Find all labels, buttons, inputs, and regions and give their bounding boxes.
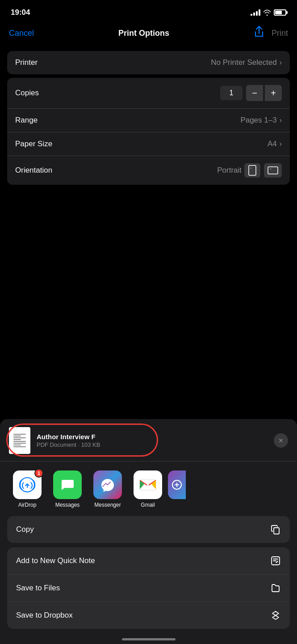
status-icons — [251, 9, 286, 16]
save-files-label: Save to Files — [16, 584, 60, 593]
share-icon[interactable] — [254, 25, 264, 41]
orientation-row: Orientation Portrait — [7, 156, 290, 185]
save-dropbox-label: Save to Dropbox — [16, 611, 73, 620]
svg-rect-7 — [274, 528, 279, 534]
nav-bar: Cancel Print Options Print — [0, 22, 297, 47]
airdrop-icon: 1 — [13, 470, 42, 499]
svg-rect-0 — [249, 165, 256, 175]
doc-title: Author Interview F — [37, 433, 100, 441]
printer-label: Printer — [15, 58, 38, 67]
partial-icon — [168, 470, 186, 499]
nav-right: Print — [254, 25, 288, 41]
messenger-icon — [93, 470, 122, 499]
portrait-button[interactable] — [244, 163, 260, 178]
quick-note-action-row[interactable]: Add to New Quick Note — [7, 547, 290, 575]
paper-size-value: A4 › — [268, 140, 282, 148]
action-rows: Copy Add to New Quick Note Save to Files — [7, 516, 290, 629]
doc-info: Author Interview F PDF Document · 103 KB — [9, 427, 100, 454]
multi-action-block: Add to New Quick Note Save to Files Save… — [7, 547, 290, 629]
signal-icon — [251, 9, 260, 16]
quick-note-label: Add to New Quick Note — [16, 556, 95, 565]
close-share-button[interactable]: ✕ — [274, 433, 288, 448]
share-sheet: Author Interview F PDF Document · 103 KB… — [0, 419, 297, 644]
status-bar: 19:04 — [0, 0, 297, 22]
page-title: Print Options — [118, 29, 169, 38]
airdrop-app-item[interactable]: 1 AirDrop — [7, 470, 47, 508]
chevron-icon: › — [280, 59, 282, 67]
copy-icon — [270, 524, 281, 535]
copies-control: 1 − + — [220, 85, 282, 101]
range-row[interactable]: Range Pages 1–3 › — [7, 109, 290, 132]
range-value: Pages 1–3 › — [240, 116, 282, 125]
messages-app-item[interactable]: Messages — [47, 470, 88, 508]
svg-rect-2 — [268, 167, 278, 174]
printer-row[interactable]: Printer No Printer Selected › — [7, 51, 290, 74]
partial-app-item — [168, 470, 186, 499]
orientation-value: Portrait — [217, 163, 282, 178]
copies-value: 1 — [220, 86, 243, 100]
quick-note-icon — [270, 555, 281, 566]
landscape-button[interactable] — [264, 163, 282, 178]
printer-section: Printer No Printer Selected › — [7, 51, 290, 74]
home-indicator — [122, 638, 176, 640]
save-dropbox-action-row[interactable]: Save to Dropbox — [7, 602, 290, 629]
battery-icon — [274, 9, 286, 16]
airdrop-label: AirDrop — [18, 502, 37, 508]
copies-row: Copies 1 − + — [7, 78, 290, 109]
doc-subtitle: PDF Document · 103 KB — [37, 441, 100, 448]
range-label: Range — [15, 116, 38, 125]
copy-label: Copy — [16, 525, 34, 534]
app-icons-row: 1 AirDrop Messages — [0, 462, 297, 512]
doc-thumbnail — [9, 427, 30, 454]
decrease-copies-button[interactable]: − — [246, 85, 263, 101]
orientation-buttons — [244, 163, 282, 178]
dropbox-icon — [270, 610, 281, 621]
copies-label: Copies — [15, 89, 39, 97]
messages-icon — [53, 470, 82, 499]
messenger-app-item[interactable]: Messenger — [88, 470, 128, 508]
gmail-app-item[interactable]: Gmail — [128, 470, 168, 508]
messages-label: Messages — [55, 502, 80, 508]
wifi-icon — [263, 9, 271, 16]
messenger-label: Messenger — [94, 502, 121, 508]
print-button[interactable]: Print — [272, 29, 288, 38]
gmail-label: Gmail — [141, 502, 155, 508]
printer-value: No Printer Selected › — [211, 58, 282, 67]
chevron-icon: › — [280, 116, 282, 124]
cancel-button[interactable]: Cancel — [9, 29, 34, 38]
airdrop-badge: 1 — [34, 469, 43, 478]
doc-text: Author Interview F PDF Document · 103 KB — [37, 433, 100, 448]
copy-action-row[interactable]: Copy — [7, 516, 290, 543]
increase-copies-button[interactable]: + — [265, 85, 282, 101]
options-section: Copies 1 − + Range Pages 1–3 › Paper Siz… — [7, 78, 290, 185]
save-files-icon — [270, 583, 281, 593]
paper-size-label: Paper Size — [15, 140, 52, 148]
orientation-label: Orientation — [15, 166, 52, 175]
chevron-icon: › — [280, 140, 282, 148]
gmail-icon — [134, 470, 162, 499]
status-time: 19:04 — [11, 8, 30, 17]
save-files-action-row[interactable]: Save to Files — [7, 575, 290, 602]
paper-size-row[interactable]: Paper Size A4 › — [7, 132, 290, 156]
doc-preview-row: Author Interview F PDF Document · 103 KB… — [0, 419, 297, 462]
